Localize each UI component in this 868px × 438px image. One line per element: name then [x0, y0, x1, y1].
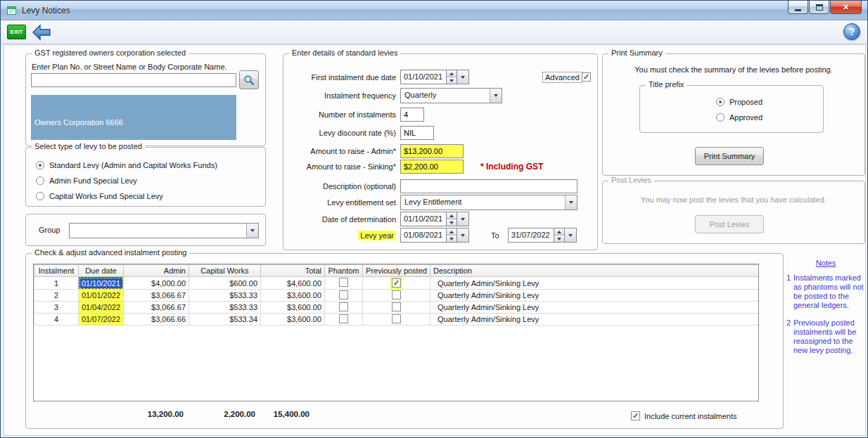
- table-row[interactable]: 3 01/04/2022 $3,066.67 $533.33 $3,600.00…: [34, 302, 759, 314]
- levy-type-option-capital-special[interactable]: Capital Works Fund Special Levy: [36, 191, 163, 201]
- col-due-date[interactable]: Due date: [79, 265, 124, 277]
- discount-rate-input[interactable]: [400, 126, 434, 140]
- sinking-amount-input[interactable]: [400, 160, 464, 174]
- determination-date-field[interactable]: 01/10/2021: [400, 212, 469, 226]
- previously-posted-checkbox[interactable]: [392, 290, 401, 299]
- minimize-button[interactable]: [788, 1, 808, 14]
- cell-due-date[interactable]: 01/04/2022: [79, 302, 124, 314]
- radio-approved[interactable]: [716, 113, 725, 122]
- calendar-dropdown-icon[interactable]: [457, 212, 469, 226]
- radio-admin-special-levy[interactable]: [36, 176, 44, 185]
- col-phantom[interactable]: Phantom: [325, 265, 363, 277]
- total-admin: 13,200.00: [113, 410, 184, 418]
- note-item: 1 Instalments marked as phantoms will no…: [786, 273, 865, 310]
- date-spinner[interactable]: [447, 212, 457, 226]
- col-description[interactable]: Description: [430, 265, 759, 277]
- previously-posted-checkbox[interactable]: [392, 314, 401, 323]
- selected-corporation-item[interactable]: Owners Corporation 6666 The Champions 45…: [31, 95, 236, 140]
- levy-year-from-field[interactable]: 01/08/2021: [400, 228, 469, 243]
- cell-admin: $3,066.67: [124, 290, 189, 302]
- col-instalment[interactable]: Instalment: [34, 265, 79, 277]
- spinner-down-icon[interactable]: [554, 235, 564, 242]
- advanced-checkbox[interactable]: [582, 72, 591, 82]
- levy-type-option-admin-special[interactable]: Admin Fund Special Levy: [36, 176, 137, 186]
- admin-amount-input[interactable]: [400, 144, 464, 158]
- phantom-checkbox[interactable]: [339, 278, 348, 287]
- col-total[interactable]: Total: [261, 265, 325, 277]
- radio-capital-special-levy[interactable]: [36, 192, 44, 200]
- determination-label: Date of determination: [283, 215, 400, 224]
- phantom-checkbox[interactable]: [339, 302, 348, 311]
- levy-type-option-standard[interactable]: Standard Levy (Admin and Capital Works F…: [36, 160, 217, 170]
- spinner-down-icon[interactable]: [447, 77, 457, 84]
- cell-total: $4,600.00: [261, 277, 325, 290]
- spinner-down-icon[interactable]: [447, 219, 457, 226]
- table-row[interactable]: 1 01/10/2021 $4,000.00 $600.00 $4,600.00…: [34, 277, 759, 290]
- cell-due-date[interactable]: 01/10/2021: [79, 277, 124, 290]
- entitlement-select[interactable]: Levy Entitlement: [400, 195, 577, 210]
- radio-proposed[interactable]: [716, 98, 725, 106]
- col-previously-posted[interactable]: Previously posted: [363, 265, 430, 277]
- close-button[interactable]: ✕: [830, 1, 862, 14]
- date-spinner[interactable]: [554, 228, 565, 243]
- date-spinner[interactable]: [447, 228, 457, 243]
- include-current-instalments[interactable]: Include current instalments: [631, 411, 736, 420]
- back-button[interactable]: [30, 22, 53, 42]
- app-icon: [6, 5, 18, 16]
- table-row[interactable]: 4 01/07/2022 $3,066.66 $533.34 $3,600.00…: [34, 314, 759, 326]
- admin-amount-label: Amount to raise - Admin*: [283, 147, 400, 155]
- calendar-dropdown-icon[interactable]: [457, 70, 469, 84]
- cell-due-date[interactable]: 01/01/2022: [79, 290, 124, 302]
- num-instalments-input[interactable]: [400, 108, 424, 122]
- cell-instalment: 4: [34, 314, 79, 326]
- date-value[interactable]: 01/08/2021: [400, 228, 447, 243]
- chevron-down-icon[interactable]: [565, 195, 577, 210]
- description-label: Description (optional): [283, 182, 400, 191]
- search-button[interactable]: [239, 70, 259, 89]
- note-item: 2 Previously posted instalments will be …: [786, 318, 865, 355]
- print-summary-button[interactable]: Print Summary: [695, 147, 764, 165]
- chevron-down-icon[interactable]: [246, 224, 258, 238]
- group-select[interactable]: [69, 223, 259, 238]
- spinner-down-icon[interactable]: [447, 235, 457, 242]
- title-prefix-option-proposed[interactable]: Proposed: [716, 97, 762, 107]
- spinner-up-icon[interactable]: [447, 212, 457, 219]
- first-instalment-date-field[interactable]: 01/10/2021: [400, 70, 469, 84]
- spinner-up-icon[interactable]: [447, 70, 457, 77]
- include-current-checkbox[interactable]: [631, 411, 640, 420]
- levy-year-to-field[interactable]: 31/07/2022: [508, 228, 577, 243]
- help-button[interactable]: ?: [843, 23, 860, 40]
- exit-button[interactable]: EXIT: [7, 25, 26, 39]
- first-instalment-label: First instalment due date: [283, 73, 400, 82]
- table-header-row: Instalment Due date Admin Capital Works …: [34, 265, 759, 277]
- chevron-down-icon[interactable]: [490, 89, 502, 103]
- advanced-label[interactable]: Advanced: [542, 72, 582, 83]
- cell-due-date[interactable]: 01/07/2022: [79, 314, 124, 326]
- spinner-up-icon[interactable]: [554, 228, 564, 235]
- calendar-dropdown-icon[interactable]: [565, 228, 577, 243]
- phantom-checkbox[interactable]: [339, 314, 348, 323]
- col-admin[interactable]: Admin: [124, 265, 189, 277]
- posted-highlight: [390, 277, 402, 289]
- title-prefix-option-approved[interactable]: Approved: [716, 112, 762, 122]
- table-row[interactable]: 2 01/01/2022 $3,066.67 $533.33 $3,600.00…: [34, 290, 759, 302]
- date-value[interactable]: 01/10/2021: [400, 212, 447, 226]
- previously-posted-checkbox[interactable]: [392, 278, 401, 288]
- previously-posted-checkbox[interactable]: [392, 302, 401, 311]
- date-spinner[interactable]: [447, 70, 457, 84]
- phantom-checkbox[interactable]: [339, 290, 348, 299]
- notes-link[interactable]: Notes: [786, 259, 865, 268]
- date-value[interactable]: 01/10/2021: [400, 70, 447, 84]
- radio-standard-levy[interactable]: [36, 161, 44, 169]
- col-capital-works[interactable]: Capital Works: [189, 265, 261, 277]
- maximize-button[interactable]: [809, 1, 829, 14]
- levy-notices-window: Levy Notices ✕ EXIT ? GST registered own…: [0, 0, 868, 438]
- corporation-search-input[interactable]: [31, 73, 236, 87]
- frequency-select[interactable]: Quarterly: [400, 88, 502, 103]
- calendar-dropdown-icon[interactable]: [457, 228, 469, 243]
- date-value[interactable]: 31/07/2022: [508, 228, 554, 243]
- cell-phantom: [325, 290, 363, 302]
- description-input[interactable]: [400, 179, 577, 193]
- spinner-up-icon[interactable]: [447, 228, 457, 235]
- levy-year-label: Levy year: [283, 231, 400, 240]
